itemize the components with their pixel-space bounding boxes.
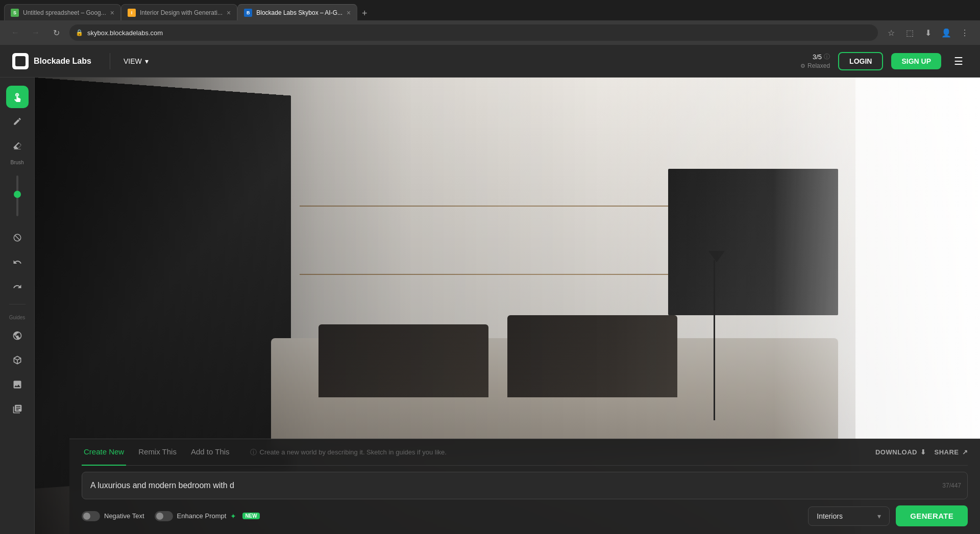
brush-label: Brush — [10, 160, 23, 165]
enhance-prompt-toggle-group: Enhance Prompt ✦ NEW — [155, 511, 260, 521]
bottom-panel: Create New Remix This Add to This ⓘ Crea… — [69, 439, 980, 534]
bookmark-icon[interactable]: ☆ — [884, 26, 898, 40]
tab-1[interactable]: S Untitled spreadsheet – Goog... × — [4, 4, 121, 20]
tab-2[interactable]: I Interior Design with Generati... × — [121, 4, 237, 20]
back-button[interactable]: ← — [8, 26, 22, 40]
hand-tool[interactable] — [6, 86, 29, 108]
left-toolbar: Brush Guides — [0, 78, 35, 534]
negative-text-label: Negative Text — [104, 512, 144, 520]
tab-2-close[interactable]: × — [227, 9, 231, 17]
logo-inner — [15, 56, 26, 66]
hint-text-area: ⓘ Create a new world by describing it. S… — [250, 448, 447, 457]
usage-count: 3/5 ⓘ — [813, 53, 830, 61]
enhance-prompt-thumb — [156, 513, 163, 520]
signup-button[interactable]: SIGN UP — [891, 53, 941, 69]
tab-3[interactable]: B Blockade Labs Skybox – AI-G... × — [237, 4, 357, 20]
download-icon: ⬇ — [920, 448, 926, 456]
share-button[interactable]: SHARE ↗ — [934, 448, 968, 456]
usage-mode: ⚙ Relaxed — [800, 62, 830, 69]
forward-button[interactable]: → — [29, 26, 43, 40]
char-count: 37/447 — [942, 482, 961, 489]
enhance-prompt-toggle[interactable] — [155, 511, 173, 521]
tab-create-new[interactable]: Create New — [82, 439, 126, 466]
app-header: Blockade Labs VIEW ▾ 3/5 ⓘ ⚙ Relaxed LOG… — [0, 45, 980, 78]
enhance-icon: ✦ — [230, 512, 236, 520]
profile-icon[interactable]: 👤 — [939, 26, 953, 40]
download-icon[interactable]: ⬇ — [921, 26, 935, 40]
undo-button[interactable] — [6, 251, 29, 273]
cube-tool[interactable] — [6, 349, 29, 371]
download-button[interactable]: DOWNLOAD ⬇ — [875, 448, 926, 456]
eraser-tool[interactable]: Brush — [6, 135, 29, 157]
view-button[interactable]: VIEW ▾ — [118, 54, 154, 68]
hint-text: Create a new world by describing it. Ske… — [260, 448, 447, 456]
mode-icon: ⚙ — [800, 63, 805, 69]
usage-info: 3/5 ⓘ ⚙ Relaxed — [800, 53, 830, 69]
pencil-tool[interactable] — [6, 110, 29, 133]
usage-info-icon: ⓘ — [824, 53, 830, 61]
menu-button[interactable]: ☰ — [949, 52, 968, 70]
tab-3-close[interactable]: × — [347, 9, 351, 17]
brush-slider-thumb[interactable] — [14, 191, 21, 198]
tab-1-title: Untitled spreadsheet – Goog... — [23, 9, 106, 16]
dropdown-arrow-icon: ▾ — [877, 512, 881, 520]
browser-tabs-bar: S Untitled spreadsheet – Goog... × I Int… — [0, 0, 980, 20]
globe-tool[interactable] — [6, 324, 29, 347]
tab-1-close[interactable]: × — [110, 9, 114, 17]
style-selected-label: Interiors — [817, 512, 843, 520]
structure-tool[interactable] — [6, 398, 29, 420]
enhance-badge: NEW — [242, 513, 259, 519]
canvas-area: Create New Remix This Add to This ⓘ Crea… — [35, 78, 980, 534]
more-menu-icon[interactable]: ⋮ — [958, 26, 972, 40]
browser-toolbar: ← → ↻ 🔒 skybox.blockadelabs.com ☆ ⬚ ⬇ 👤 … — [0, 20, 980, 45]
header-divider — [110, 53, 110, 69]
share-icon: ↗ — [962, 448, 968, 456]
address-bar[interactable]: 🔒 skybox.blockadelabs.com — [69, 24, 878, 41]
lock-icon: 🔒 — [76, 29, 83, 36]
share-label: SHARE — [934, 448, 959, 456]
refresh-button[interactable]: ↻ — [49, 26, 63, 40]
svg-line-1 — [15, 236, 19, 240]
brush-slider-track[interactable] — [16, 175, 18, 216]
download-label: DOWNLOAD — [875, 448, 917, 456]
prompt-area: 37/447 — [82, 472, 968, 499]
guides-separator — [9, 304, 26, 304]
logo-area: Blockade Labs — [12, 53, 91, 69]
cancel-tool[interactable] — [6, 226, 29, 249]
logo-text: Blockade Labs — [34, 57, 91, 66]
brush-slider-container — [16, 171, 18, 220]
tab-2-title: Interior Design with Generati... — [140, 9, 223, 16]
negative-text-toggle-group: Negative Text — [82, 511, 144, 521]
redo-button[interactable] — [6, 275, 29, 298]
negative-text-thumb — [83, 513, 90, 520]
tab-remix-this[interactable]: Remix This — [136, 439, 179, 466]
prompt-controls-row: Negative Text Enhance Prompt ✦ NEW — [82, 505, 968, 526]
new-tab-button[interactable]: + — [357, 6, 372, 20]
image-guide-tool[interactable] — [6, 373, 29, 396]
panel-actions: DOWNLOAD ⬇ SHARE ↗ — [875, 448, 968, 456]
style-select-area: Interiors ▾ GENERATE — [808, 505, 968, 526]
header-right: 3/5 ⓘ ⚙ Relaxed LOGIN SIGN UP ☰ — [800, 52, 968, 70]
main-content: Brush Guides — [0, 78, 980, 534]
logo-box — [12, 53, 29, 69]
login-button[interactable]: LOGIN — [838, 52, 883, 70]
prompt-input-wrapper: 37/447 — [82, 472, 968, 499]
tab-add-to-this[interactable]: Add to This — [189, 439, 232, 466]
guides-label: Guides — [9, 315, 26, 320]
browser-chrome: S Untitled spreadsheet – Goog... × I Int… — [0, 0, 980, 45]
view-chevron-icon: ▾ — [145, 57, 149, 65]
url-text: skybox.blockadelabs.com — [87, 29, 872, 37]
negative-text-toggle[interactable] — [82, 511, 100, 521]
tabs-and-actions-row: Create New Remix This Add to This ⓘ Crea… — [82, 439, 968, 466]
extensions-icon[interactable]: ⬚ — [902, 26, 917, 40]
tab-3-title: Blockade Labs Skybox – AI-G... — [256, 9, 342, 16]
hint-icon: ⓘ — [250, 448, 257, 457]
app: Blockade Labs VIEW ▾ 3/5 ⓘ ⚙ Relaxed LOG… — [0, 45, 980, 534]
enhance-prompt-label: Enhance Prompt — [177, 512, 227, 520]
generate-button[interactable]: GENERATE — [896, 505, 968, 526]
prompt-input[interactable] — [82, 472, 967, 499]
style-dropdown[interactable]: Interiors ▾ — [808, 506, 890, 526]
